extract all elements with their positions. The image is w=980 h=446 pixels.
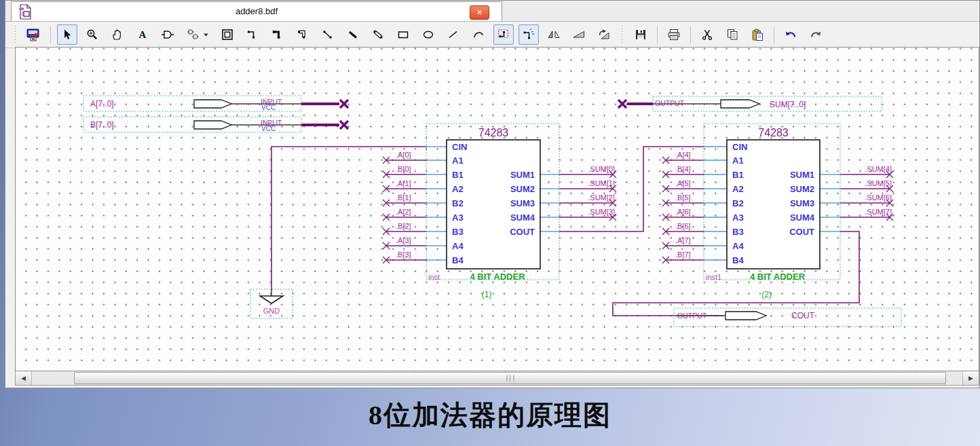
toolbar-separator bbox=[50, 26, 51, 43]
svg-text:OUTPUT: OUTPUT bbox=[655, 99, 685, 107]
symbol-gate-icon bbox=[161, 29, 174, 41]
orthogonal-conduit-line-button[interactable] bbox=[293, 24, 313, 45]
ellipse-tool-button[interactable] bbox=[418, 24, 438, 45]
svg-text:.A[1]: .A[1] bbox=[396, 179, 411, 187]
svg-text:74283: 74283 bbox=[758, 127, 789, 138]
svg-text:A: A bbox=[139, 29, 147, 40]
input-pin-a[interactable]: A[7..0]INPUTVCC bbox=[83, 96, 348, 111]
input-pin-b[interactable]: B[7..0]INPUTVCC bbox=[83, 117, 348, 132]
scroll-left-button[interactable]: ◀ bbox=[16, 371, 32, 385]
cursor-icon bbox=[61, 29, 73, 41]
orthogonal-node-line-button[interactable] bbox=[242, 24, 263, 45]
diagonal-node-line-icon bbox=[322, 29, 334, 41]
copy-button[interactable] bbox=[722, 24, 742, 45]
svg-text:.B[3]: .B[3] bbox=[396, 250, 411, 259]
toolbar-separator bbox=[690, 26, 691, 43]
flip-vertical-icon bbox=[572, 29, 586, 41]
svg-text:A3: A3 bbox=[732, 212, 744, 223]
svg-text:.B[0]: .B[0] bbox=[396, 165, 411, 173]
flip-vertical-button[interactable] bbox=[569, 24, 589, 45]
svg-text:B1: B1 bbox=[452, 170, 464, 180]
svg-text:A1: A1 bbox=[452, 155, 464, 166]
svg-text:.B[7]: .B[7] bbox=[675, 250, 691, 259]
schematic-canvas[interactable]: 74283CINA1B1A2B2A3B3A4B4SUM1SUM2SUM3SUM4… bbox=[15, 47, 979, 371]
rotate-left-icon bbox=[597, 29, 611, 41]
text-icon: A bbox=[136, 29, 149, 41]
toolbar-separator bbox=[657, 26, 658, 43]
output-pin-sum[interactable]: OUTPUTSUM[7..0] bbox=[618, 96, 882, 111]
svg-text:(2): (2) bbox=[761, 290, 772, 299]
svg-text:SUM1: SUM1 bbox=[510, 170, 535, 180]
ellipse-tool-icon bbox=[422, 29, 434, 41]
undo-icon bbox=[784, 29, 797, 41]
copy-icon bbox=[726, 29, 739, 41]
full-rubberbanding-icon bbox=[523, 29, 535, 41]
slide-background: adder8.bdf ✕ A 74283CINA1B1A2B2A3B3A4B4S… bbox=[0, 0, 980, 446]
svg-text:SUM3: SUM3 bbox=[510, 198, 535, 208]
flip-horizontal-icon bbox=[547, 29, 561, 41]
block-frame-button[interactable] bbox=[217, 24, 238, 45]
svg-text:.SUM[2]: .SUM[2] bbox=[588, 193, 615, 202]
cursor-button[interactable] bbox=[57, 24, 77, 45]
orthogonal-bus-line-icon bbox=[271, 29, 284, 41]
orthogonal-conduit-line-icon bbox=[297, 29, 309, 41]
svg-text:.A[5]: .A[5] bbox=[675, 179, 691, 187]
svg-text:COUT: COUT bbox=[791, 311, 815, 320]
orthogonal-bus-line-button[interactable] bbox=[267, 24, 288, 45]
svg-text:VCC: VCC bbox=[261, 125, 276, 132]
flip-horizontal-button[interactable] bbox=[544, 24, 564, 45]
svg-text:A1: A1 bbox=[732, 155, 744, 166]
rectangle-tool-button[interactable] bbox=[393, 24, 413, 45]
svg-text:4 BIT ADDER: 4 BIT ADDER bbox=[470, 272, 525, 282]
diagonal-bus-line-button[interactable] bbox=[343, 24, 363, 45]
diagonal-bus-line-icon bbox=[347, 29, 359, 41]
svg-text:A2: A2 bbox=[732, 184, 744, 194]
save-button[interactable] bbox=[630, 24, 651, 45]
svg-text:A2: A2 bbox=[452, 184, 464, 194]
redo-button[interactable] bbox=[806, 24, 826, 45]
undo-button[interactable] bbox=[780, 24, 801, 45]
cut-button[interactable] bbox=[697, 24, 717, 45]
svg-text:inst1: inst1 bbox=[706, 273, 721, 281]
scrollbar-track[interactable] bbox=[32, 371, 962, 385]
rectangle-tool-icon bbox=[397, 29, 409, 41]
svg-text:B4: B4 bbox=[732, 255, 744, 265]
svg-text:.B[4]: .B[4] bbox=[675, 165, 691, 173]
slide-caption: 8位加法器的原理图 bbox=[0, 396, 980, 434]
svg-text:OUTPUT: OUTPUT bbox=[677, 312, 707, 320]
diagonal-conduit-line-button[interactable] bbox=[368, 24, 388, 45]
fullscreen-button[interactable] bbox=[24, 24, 44, 45]
tab-close-button[interactable]: ✕ bbox=[470, 5, 489, 20]
output-pin-cout[interactable]: OUTPUTCOUT bbox=[674, 308, 901, 327]
paste-button[interactable] bbox=[747, 24, 768, 45]
chip-74283-1[interactable]: 74283CINA1B1A2B2A3B3A4B4SUM1SUM2SUM3SUM4… bbox=[396, 124, 615, 299]
svg-text:SUM3: SUM3 bbox=[790, 198, 814, 208]
arc-tool-icon bbox=[472, 29, 485, 41]
horizontal-scrollbar[interactable]: ◀ ▶ bbox=[15, 371, 979, 386]
diagonal-node-line-button[interactable] bbox=[318, 24, 338, 45]
svg-text:.B[6]: .B[6] bbox=[675, 222, 691, 230]
zoom-button[interactable] bbox=[82, 24, 102, 45]
line-tool-button[interactable] bbox=[443, 24, 464, 45]
scrollbar-thumb[interactable] bbox=[74, 372, 946, 384]
hand-button[interactable] bbox=[107, 24, 128, 45]
svg-text:.B[1]: .B[1] bbox=[396, 193, 411, 202]
block-instance-button[interactable] bbox=[183, 24, 212, 45]
print-button[interactable] bbox=[664, 24, 684, 45]
zoom-icon bbox=[86, 29, 98, 41]
arc-tool-button[interactable] bbox=[468, 24, 489, 45]
full-rubberbanding-button[interactable] bbox=[519, 24, 539, 45]
paste-icon bbox=[751, 29, 764, 41]
svg-text:.SUM[1]: .SUM[1] bbox=[588, 179, 615, 187]
line-tool-icon bbox=[447, 29, 459, 41]
svg-text:B2: B2 bbox=[452, 198, 464, 208]
tab-adder8[interactable]: adder8.bdf ✕ bbox=[11, 1, 502, 21]
svg-text:4 BIT ADDER: 4 BIT ADDER bbox=[750, 272, 806, 282]
scroll-right-button[interactable]: ▶ bbox=[962, 371, 979, 385]
rotate-left-button[interactable] bbox=[594, 24, 614, 45]
partial-rubberbanding-button[interactable] bbox=[493, 24, 514, 45]
text-button[interactable]: A bbox=[132, 24, 153, 45]
toolbar: A bbox=[5, 22, 979, 48]
symbol-gate-button[interactable] bbox=[157, 24, 178, 45]
svg-text:.A[7]: .A[7] bbox=[675, 236, 691, 244]
